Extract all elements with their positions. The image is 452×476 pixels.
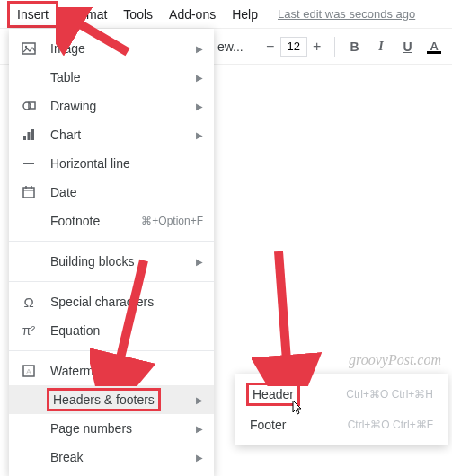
menu-separator: [9, 241, 214, 242]
menu-label: Chart: [50, 128, 189, 142]
menu-item-break[interactable]: Break ▶: [9, 443, 214, 472]
menu-label: Table: [50, 70, 189, 84]
menu-label: Break: [50, 450, 189, 464]
menu-help[interactable]: Help: [225, 4, 265, 25]
menu-item-building-blocks[interactable]: Building blocks ▶: [9, 247, 214, 276]
menu-label: Footnote: [50, 214, 141, 228]
equation-icon: π²: [20, 322, 38, 339]
font-size-input[interactable]: [280, 37, 307, 57]
menu-item-image[interactable]: Image ▶: [9, 34, 214, 63]
watermark-branding: groovyPost.com: [349, 352, 441, 368]
insert-dropdown: Image ▶ Table ▶ Drawing ▶ Chart ▶ Horizo…: [9, 29, 214, 476]
chevron-right-icon: ▶: [196, 395, 203, 405]
font-name-partial[interactable]: ew...: [217, 40, 244, 54]
menu-item-drawing[interactable]: Drawing ▶: [9, 92, 214, 120]
menu-item-equation[interactable]: π² Equation: [9, 316, 214, 345]
svg-rect-6: [31, 129, 34, 140]
submenu-shortcut: Ctrl+⌘O Ctrl+⌘H: [346, 388, 433, 401]
underline-button[interactable]: U: [397, 36, 419, 57]
horizontal-line-icon: [20, 154, 38, 172]
menu-item-date[interactable]: Date: [9, 178, 214, 207]
italic-button[interactable]: I: [370, 36, 392, 57]
font-size-minus[interactable]: −: [262, 39, 279, 55]
menu-label: Page numbers: [50, 421, 189, 436]
menu-label: Building blocks: [50, 254, 189, 269]
cursor-pointer-icon: [289, 400, 306, 420]
menu-label: Equation: [50, 323, 203, 338]
watermark-icon: A: [20, 362, 38, 380]
image-icon: [20, 40, 38, 57]
menu-separator: [9, 281, 214, 282]
menu-separator: [9, 350, 214, 351]
font-size-plus[interactable]: +: [309, 39, 325, 55]
menu-item-horizontal-line[interactable]: Horizontal line: [9, 149, 214, 178]
menu-item-headers-footers[interactable]: Headers & footers ▶: [9, 385, 214, 414]
menu-label: Horizontal line: [50, 156, 203, 171]
chevron-right-icon: ▶: [196, 453, 203, 463]
menu-label: Special characters: [50, 295, 203, 309]
menu-item-table[interactable]: Table ▶: [9, 63, 214, 92]
svg-text:A: A: [26, 367, 31, 375]
menu-shortcut: ⌘+Option+F: [141, 215, 203, 227]
submenu-shortcut: Ctrl+⌘O Ctrl+⌘F: [348, 419, 433, 431]
chevron-right-icon: ▶: [196, 257, 203, 267]
svg-rect-8: [23, 188, 34, 198]
menu-label: Headers & footers: [50, 392, 189, 407]
svg-rect-4: [23, 136, 26, 140]
break-icon: [20, 448, 38, 466]
headers-footers-submenu: Header Ctrl+⌘O Ctrl+⌘H Footer Ctrl+⌘O Ct…: [235, 374, 448, 445]
chart-icon: [20, 126, 38, 144]
menu-label: Watermark: [50, 364, 203, 378]
chevron-right-icon: ▶: [196, 130, 203, 140]
menu-tools[interactable]: Tools: [116, 4, 160, 25]
menu-addons[interactable]: Add-ons: [162, 4, 223, 25]
chevron-right-icon: ▶: [196, 44, 203, 54]
font-size-controls: − +: [262, 37, 325, 57]
svg-point-1: [25, 46, 27, 48]
text-color-button[interactable]: A: [423, 36, 445, 57]
menu-label: Drawing: [50, 99, 189, 113]
chevron-right-icon: ▶: [196, 73, 203, 83]
menu-item-footnote[interactable]: Footnote ⌘+Option+F: [9, 207, 214, 235]
menu-item-special-chars[interactable]: Ω Special characters: [9, 287, 214, 316]
svg-rect-5: [28, 132, 31, 140]
building-blocks-icon: [20, 252, 38, 270]
menu-label: Image: [50, 41, 189, 56]
chevron-right-icon: ▶: [196, 424, 203, 434]
submenu-item-header[interactable]: Header Ctrl+⌘O Ctrl+⌘H: [235, 379, 448, 410]
menu-label: Date: [50, 185, 203, 199]
menubar: Insert Format Tools Add-ons Help Last ed…: [0, 0, 452, 29]
footnote-icon: [20, 212, 38, 230]
last-edit-text[interactable]: Last edit was seconds ago: [278, 7, 415, 21]
menu-insert[interactable]: Insert: [7, 1, 58, 28]
page-numbers-icon: [20, 419, 38, 437]
menu-format[interactable]: Format: [60, 4, 114, 25]
drawing-icon: [20, 97, 38, 115]
table-icon: [20, 68, 38, 86]
menu-item-page-numbers[interactable]: Page numbers ▶: [9, 414, 214, 443]
menu-item-watermark[interactable]: A Watermark: [9, 357, 214, 385]
headers-footers-icon: [20, 391, 38, 409]
menu-item-chart[interactable]: Chart ▶: [9, 120, 214, 149]
bold-button[interactable]: B: [344, 36, 366, 57]
submenu-item-footer[interactable]: Footer Ctrl+⌘O Ctrl+⌘F: [235, 410, 448, 440]
date-icon: [20, 183, 38, 201]
chevron-right-icon: ▶: [196, 101, 203, 111]
special-chars-icon: Ω: [20, 293, 38, 311]
